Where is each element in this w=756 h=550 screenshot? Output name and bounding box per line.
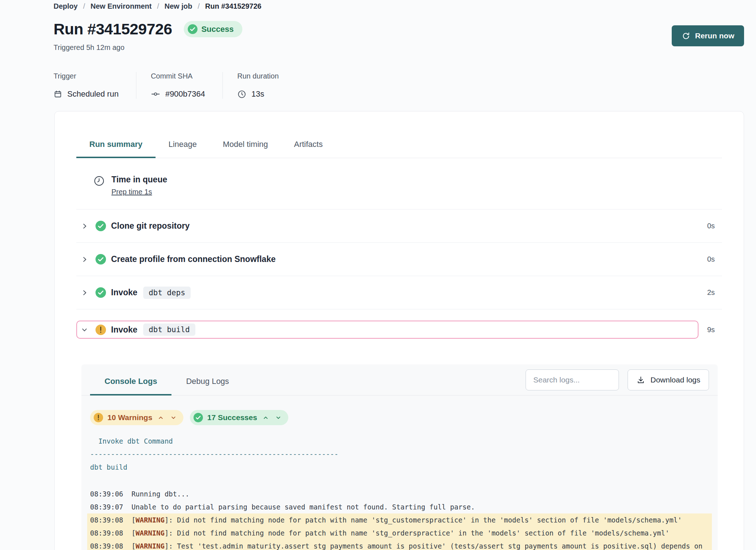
status-badge: Success (184, 21, 242, 37)
run-page: Deploy / New Environment / New job / Run… (0, 0, 756, 550)
console-log-output: Invoke dbt Command ---------------------… (81, 425, 718, 550)
warnings-pill: 10 Warnings (90, 410, 183, 425)
log-message: Running dbt... (123, 490, 190, 498)
success-check-icon (95, 287, 106, 298)
log-message: [WARNING]: Did not find matching node fo… (123, 529, 670, 537)
check-circle-icon (188, 24, 198, 34)
tab-run-summary[interactable]: Run summary (76, 140, 156, 158)
log-message: [WARNING]: Test 'test.admin_maturity.ass… (90, 542, 706, 550)
step-invoke-dbt-build: Invoke dbt build 9s (76, 309, 722, 350)
check-circle-icon (194, 413, 203, 422)
breadcrumb-separator: / (198, 2, 200, 10)
commit-sha-value: #900b7364 (165, 89, 205, 99)
step-create-profile[interactable]: Create profile from connection Snowflake… (76, 243, 722, 276)
status-badge-label: Success (201, 25, 234, 34)
rerun-now-button[interactable]: Rerun now (672, 25, 744, 46)
success-check-icon (95, 221, 106, 231)
log-message: Unable to do partial parsing because sav… (123, 503, 475, 511)
log-line: 08:39:07 Unable to do partial parsing be… (87, 500, 712, 513)
warnings-count-label: 10 Warnings (107, 413, 152, 422)
success-check-icon (95, 254, 106, 265)
warnings-next-button[interactable] (169, 414, 178, 421)
breadcrumb-separator: / (157, 2, 159, 10)
step-command-chip: dbt build (143, 323, 195, 336)
chevron-right-icon[interactable] (81, 223, 88, 229)
run-info: Trigger Scheduled run Commit SHA #900b73… (54, 72, 744, 99)
search-logs-input[interactable] (526, 369, 619, 390)
page-title: Run #341529726 (54, 20, 172, 38)
run-summary-card: Run summary Lineage Model timing Artifac… (54, 111, 744, 550)
step-invoke-dbt-deps[interactable]: Invoke dbt deps 2s (76, 276, 722, 309)
log-command-title: Invoke dbt Command (87, 435, 712, 448)
commit-icon (151, 89, 160, 99)
tab-debug-logs[interactable]: Debug Logs (171, 371, 243, 395)
log-message: [WARNING]: Did not find matching node fo… (123, 516, 682, 524)
info-label: Trigger (54, 72, 119, 80)
download-logs-label: Download logs (650, 376, 700, 384)
breadcrumb-current-run: Run #341529726 (205, 2, 262, 10)
prep-time-link[interactable]: Prep time 1s (111, 188, 152, 196)
tab-artifacts[interactable]: Artifacts (281, 140, 336, 158)
info-run-duration: Run duration 13s (222, 72, 296, 99)
info-commit-sha: Commit SHA #900b7364 (136, 72, 222, 99)
step-duration: 9s (707, 326, 715, 334)
step-title: Invoke (111, 288, 137, 297)
step-title: Invoke (111, 325, 137, 335)
download-logs-button[interactable]: Download logs (628, 369, 709, 390)
step-duration: 0s (707, 255, 715, 263)
step-clone-git-repository[interactable]: Clone git repository 0s (76, 210, 722, 243)
clock-icon (237, 90, 246, 99)
breadcrumb-separator: / (83, 2, 85, 10)
warnings-prev-button[interactable] (157, 414, 165, 421)
calendar-icon (54, 90, 62, 98)
successes-prev-button[interactable] (262, 414, 270, 421)
successes-pill: 17 Successes (190, 410, 288, 425)
log-line: 08:39:08 [WARNING]: Test 'test.admin_mat… (87, 540, 712, 550)
log-lines: 08:39:06 Running dbt... 08:39:07 Unable … (87, 487, 712, 550)
log-command: dbt build (87, 461, 712, 474)
log-line: 08:39:08 [WARNING]: Did not find matchin… (87, 513, 712, 526)
warning-icon (95, 325, 106, 335)
tab-lineage[interactable]: Lineage (156, 140, 210, 158)
log-timestamp: 08:39:06 (90, 490, 123, 498)
rerun-icon (681, 31, 691, 41)
download-icon (636, 376, 645, 385)
breadcrumb-job[interactable]: New job (165, 2, 192, 10)
info-label: Run duration (237, 72, 279, 80)
log-timestamp: 08:39:07 (90, 503, 123, 511)
breadcrumb: Deploy / New Environment / New job / Run… (54, 2, 744, 10)
step-duration: 0s (707, 222, 715, 230)
step-command-chip: dbt deps (143, 287, 191, 299)
run-duration-value: 13s (251, 89, 264, 99)
chevron-right-icon[interactable] (81, 289, 88, 296)
info-label: Commit SHA (151, 72, 205, 80)
log-line: 08:39:06 Running dbt... (87, 487, 712, 500)
step-duration: 2s (707, 288, 715, 297)
successes-count-label: 17 Successes (207, 413, 257, 422)
trigger-value: Scheduled run (67, 89, 119, 99)
warning-icon (94, 413, 103, 422)
log-timestamp: 08:39:08 (90, 542, 123, 550)
step-title: Create profile from connection Snowflake (111, 254, 276, 264)
breadcrumb-deploy[interactable]: Deploy (54, 2, 78, 10)
breadcrumb-environment[interactable]: New Environment (90, 2, 152, 10)
info-trigger: Trigger Scheduled run (54, 72, 136, 99)
log-timestamp: 08:39:08 (90, 529, 123, 537)
rerun-button-label: Rerun now (695, 31, 735, 40)
time-in-queue-section: Time in queue Prep time 1s (76, 158, 722, 210)
log-timestamp: 08:39:08 (90, 516, 123, 524)
run-tabs: Run summary Lineage Model timing Artifac… (76, 140, 722, 158)
queue-clock-icon (93, 175, 105, 187)
tab-console-logs[interactable]: Console Logs (90, 371, 171, 395)
tab-model-timing[interactable]: Model timing (210, 140, 281, 158)
log-tabs: Console Logs Debug Logs (90, 371, 243, 395)
successes-next-button[interactable] (274, 414, 283, 421)
chevron-right-icon[interactable] (81, 256, 88, 263)
time-in-queue-title: Time in queue (111, 175, 167, 185)
logs-panel: Console Logs Debug Logs Download logs 10… (81, 364, 718, 550)
triggered-time: Triggered 5h 12m ago (54, 43, 744, 52)
chevron-down-icon[interactable] (81, 327, 88, 333)
expanded-step-box[interactable]: Invoke dbt build (76, 321, 698, 339)
step-title: Clone git repository (111, 221, 190, 231)
log-divider-line: ----------------------------------------… (87, 448, 712, 461)
